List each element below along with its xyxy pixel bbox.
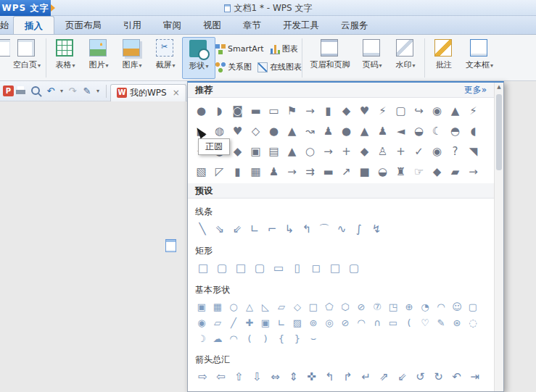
ribbon-tab-引用[interactable]: 引用	[112, 16, 152, 34]
shape-icon[interactable]: ✓	[410, 141, 428, 162]
shape-icon[interactable]: ⚑	[283, 101, 301, 121]
shape-icon[interactable]: ▮	[228, 162, 247, 182]
shape-icon[interactable]: ↯	[368, 220, 385, 238]
shape-icon[interactable]: ♟	[374, 121, 392, 141]
shape-icon[interactable]: ▨	[289, 314, 305, 330]
shape-icon[interactable]: →	[283, 162, 301, 182]
shape-icon[interactable]: ↻	[429, 368, 448, 385]
shape-icon[interactable]: ♡	[417, 314, 433, 330]
shape-icon[interactable]: ▤	[265, 141, 283, 162]
shape-icon[interactable]: ▭	[269, 259, 288, 277]
shape-icon[interactable]: +	[337, 141, 355, 162]
shape-icon[interactable]: ↰	[321, 368, 339, 385]
screenshot-button[interactable]: ✂ 截屏▾	[149, 37, 182, 79]
shape-icon[interactable]: □	[231, 259, 250, 277]
shape-icon[interactable]: ◆	[428, 162, 446, 182]
shape-icon[interactable]: ↰	[298, 220, 316, 238]
shape-icon[interactable]: ◸	[210, 162, 228, 182]
shape-icon[interactable]: ♥	[228, 121, 247, 141]
shape-icon[interactable]: ☾	[428, 121, 446, 141]
shape-icon[interactable]: ●	[265, 121, 283, 141]
shape-icon[interactable]: ↳	[281, 220, 298, 238]
shape-icon[interactable]: ⇘	[211, 220, 228, 238]
shape-icon[interactable]: ☁	[210, 330, 226, 346]
shape-icon[interactable]: ⇩	[248, 368, 266, 385]
shape-icon[interactable]: (	[401, 314, 417, 330]
shape-icon[interactable]: ⇦	[212, 368, 230, 385]
shape-icon[interactable]: ⌒	[316, 220, 333, 238]
shape-icon[interactable]: ♥	[355, 101, 374, 121]
shape-icon[interactable]: ▯	[288, 259, 307, 277]
comment-button[interactable]: 批注	[427, 37, 461, 79]
shape-icon[interactable]: ↵	[357, 368, 375, 385]
shape-icon[interactable]: ♟	[319, 121, 337, 141]
smartart-button[interactable]: SmartArt	[215, 44, 264, 54]
shape-icon[interactable]: ⌐	[263, 220, 281, 238]
shape-icon[interactable]: ▢	[465, 299, 481, 314]
shape-icon[interactable]: ▣	[257, 314, 273, 330]
ribbon-tab-视图[interactable]: 视图	[192, 16, 232, 34]
shape-icon[interactable]: ♜	[392, 162, 410, 182]
redo-icon[interactable]: ↷	[66, 85, 79, 98]
shape-icon[interactable]: ◌	[465, 314, 481, 330]
shape-icon[interactable]: ▦	[210, 299, 226, 314]
ribbon-tab-审阅[interactable]: 审阅	[152, 16, 192, 34]
shape-icon[interactable]: ↶	[448, 368, 466, 385]
shape-icon[interactable]: ⌣	[305, 330, 321, 346]
shape-icon[interactable]: ⬠	[321, 299, 337, 314]
shape-icon[interactable]: ○	[301, 141, 319, 162]
shape-icon[interactable]: ▦	[247, 162, 265, 182]
shape-icon[interactable]: ⇕	[284, 368, 302, 385]
shape-icon[interactable]: ◆	[228, 141, 247, 162]
shape-icon[interactable]: ✚	[242, 314, 257, 330]
shape-icon[interactable]: ◆	[355, 141, 374, 162]
toolbar-customize-icon[interactable]: ▾	[95, 85, 101, 98]
shape-icon[interactable]: →	[301, 101, 319, 121]
wps-logo[interactable]: WPS 文字	[0, 0, 51, 16]
relation-diagram-button[interactable]: 关系图	[215, 62, 252, 72]
shape-icon[interactable]: ▲	[283, 121, 301, 141]
shape-icon[interactable]: ◒	[374, 162, 392, 182]
shape-icon[interactable]: ⊚	[305, 314, 321, 330]
shape-icon[interactable]: ⚡	[374, 101, 392, 121]
shape-icon[interactable]: ▢	[345, 259, 363, 277]
shape-icon[interactable]: ◄	[392, 121, 410, 141]
shape-icon[interactable]: ▣	[247, 141, 265, 162]
shape-icon[interactable]: {	[273, 330, 289, 346]
shape-icon[interactable]: ◇	[247, 121, 265, 141]
shape-icon[interactable]: ↺	[411, 368, 429, 385]
shape-icon[interactable]: ◖	[464, 121, 482, 141]
shape-icon[interactable]: ∫	[350, 220, 368, 238]
undo-dropdown-icon[interactable]: ▾	[59, 85, 65, 98]
page-number-button[interactable]: 页码▾	[355, 37, 389, 79]
shape-icon[interactable]: ⇔	[266, 368, 284, 385]
shape-icon[interactable]: ☽	[194, 330, 210, 346]
shape-icon[interactable]: ☞	[410, 162, 428, 182]
ribbon-tab-页面布局[interactable]: 页面布局	[54, 16, 112, 34]
ribbon-tab-始[interactable]: 始	[0, 16, 13, 34]
undo-icon[interactable]: ↶	[44, 85, 57, 98]
export-pdf-icon[interactable]: P	[3, 86, 14, 96]
shape-icon[interactable]: △	[242, 299, 257, 314]
shape-icon[interactable]: ◗	[210, 101, 228, 121]
shapes-button[interactable]: 形状▾	[182, 37, 215, 79]
shape-icon[interactable]: ◔	[417, 299, 433, 314]
shape-icon[interactable]: ◆	[337, 101, 355, 121]
shape-icon[interactable]: ◓	[446, 121, 464, 141]
shape-icon[interactable]: □	[326, 259, 345, 277]
shape-icon[interactable]: ⇉	[301, 162, 319, 182]
shape-icon[interactable]: ∟	[246, 220, 263, 238]
shape-icon[interactable]: ∿	[333, 220, 350, 238]
shape-icon[interactable]: ◉	[428, 101, 446, 121]
shape-icon[interactable]: ◥	[464, 141, 482, 162]
shape-icon[interactable]: ▢	[250, 259, 269, 277]
shape-icon[interactable]: →	[464, 162, 482, 182]
shape-icon[interactable]: ⇨	[194, 368, 212, 385]
shape-icon[interactable]: ↗	[337, 162, 355, 182]
shape-icon[interactable]: ◻	[307, 259, 326, 277]
insert-table-button[interactable]: 表格▾	[49, 37, 82, 79]
shape-icon[interactable]: ◒	[410, 121, 428, 141]
shape-icon[interactable]: ▢	[213, 259, 231, 277]
chart-button[interactable]: 图表	[270, 43, 298, 54]
cover-page-button[interactable]	[0, 37, 10, 79]
